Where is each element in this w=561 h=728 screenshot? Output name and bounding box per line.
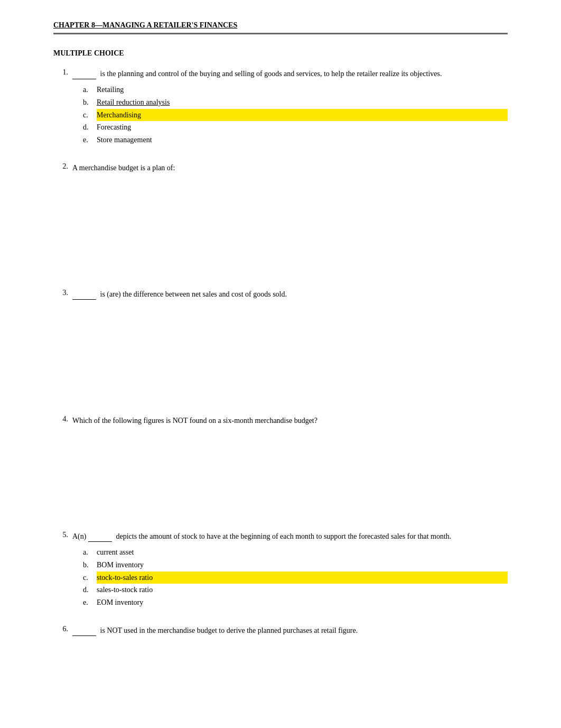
answer-item-1a: a. Retailing xyxy=(83,84,508,96)
question-spacer-2 xyxy=(72,178,508,273)
question-item-2: 2. A merchandise budget is a plan of: xyxy=(53,162,508,273)
answer-label-1c: c. xyxy=(83,109,94,122)
answer-item-5c: c. stock-to-sales ratio xyxy=(83,572,508,584)
question-text-1: is the planning and control of the buyin… xyxy=(72,68,508,79)
answer-text-1b: Retail reduction analysis xyxy=(97,96,508,109)
answer-list-5: a. current asset b. BOM inventory c. sto… xyxy=(72,546,508,609)
blank-3 xyxy=(72,299,96,300)
answer-text-1d: Forecasting xyxy=(97,121,508,134)
answer-label-5e: e. xyxy=(83,596,94,609)
section-title: MULTIPLE CHOICE xyxy=(53,49,508,58)
answer-label-5c: c. xyxy=(83,572,94,584)
answer-text-5b: BOM inventory xyxy=(97,559,508,572)
answer-label-5d: d. xyxy=(83,584,94,596)
answer-item-5d: d. sales-to-stock ratio xyxy=(83,584,508,596)
question-text-6: is NOT used in the merchandise budget to… xyxy=(72,625,508,636)
question-number-3: 3. xyxy=(53,289,68,399)
answer-label-1e: e. xyxy=(83,134,94,146)
question-content-1: is the planning and control of the buyin… xyxy=(72,68,508,146)
answer-item-1b: b. Retail reduction analysis xyxy=(83,96,508,109)
blank-5 xyxy=(88,541,112,542)
question-text-4: Which of the following figures is NOT fo… xyxy=(72,415,508,426)
question-content-6: is NOT used in the merchandise budget to… xyxy=(72,625,508,640)
question-item-4: 4. Which of the following figures is NOT… xyxy=(53,415,508,515)
answer-list-1: a. Retailing b. Retail reduction analysi… xyxy=(72,84,508,146)
question-content-4: Which of the following figures is NOT fo… xyxy=(72,415,508,515)
answer-label-5b: b. xyxy=(83,559,94,572)
question-spacer-3 xyxy=(72,304,508,399)
question-text-2: A merchandise budget is a plan of: xyxy=(72,162,508,173)
answer-text-5a: current asset xyxy=(97,546,508,559)
question-item-6: 6. is NOT used in the merchandise budget… xyxy=(53,625,508,640)
blank-1 xyxy=(72,79,96,79)
answer-item-1d: d. Forecasting xyxy=(83,121,508,134)
answer-item-1e: e. Store management xyxy=(83,134,508,146)
chapter-header: CHAPTER 8—MANAGING A RETAILER'S FINANCES xyxy=(53,21,508,34)
answer-text-5e: EOM inventory xyxy=(97,596,508,609)
answer-text-1e: Store management xyxy=(97,134,508,146)
answer-label-1d: d. xyxy=(83,121,94,134)
question-number-5: 5. xyxy=(53,531,68,609)
question-text-3: is (are) the difference between net sale… xyxy=(72,289,508,300)
question-item-5: 5. A(n) depicts the amount of stock to h… xyxy=(53,531,508,609)
answer-label-1a: a. xyxy=(83,84,94,96)
question-number-1: 1. xyxy=(53,68,68,146)
answer-text-5d: sales-to-stock ratio xyxy=(97,584,508,596)
answer-item-5a: a. current asset xyxy=(83,546,508,559)
question-number-6: 6. xyxy=(53,625,68,640)
chapter-title: CHAPTER 8—MANAGING A RETAILER'S FINANCES xyxy=(53,21,237,29)
question-content-2: A merchandise budget is a plan of: xyxy=(72,162,508,273)
blank-6 xyxy=(72,635,96,636)
question-number-4: 4. xyxy=(53,415,68,515)
question-text-5: A(n) depicts the amount of stock to have… xyxy=(72,531,508,542)
questions-list: 1. is the planning and control of the bu… xyxy=(53,68,508,640)
answer-label-1b: b. xyxy=(83,96,94,109)
answer-text-1a: Retailing xyxy=(97,84,508,96)
answer-item-1c: c. Merchandising xyxy=(83,109,508,122)
question-item-3: 3. is (are) the difference between net s… xyxy=(53,289,508,399)
answer-item-5b: b. BOM inventory xyxy=(83,559,508,572)
answer-item-5e: e. EOM inventory xyxy=(83,596,508,609)
answer-text-1c: Merchandising xyxy=(97,109,508,122)
question-item-1: 1. is the planning and control of the bu… xyxy=(53,68,508,146)
question-content-5: A(n) depicts the amount of stock to have… xyxy=(72,531,508,609)
page-container: CHAPTER 8—MANAGING A RETAILER'S FINANCES… xyxy=(43,0,518,677)
question-spacer-4 xyxy=(72,430,508,515)
question-number-2: 2. xyxy=(53,162,68,273)
question-content-3: is (are) the difference between net sale… xyxy=(72,289,508,399)
answer-text-5c: stock-to-sales ratio xyxy=(97,572,508,584)
answer-label-5a: a. xyxy=(83,546,94,559)
